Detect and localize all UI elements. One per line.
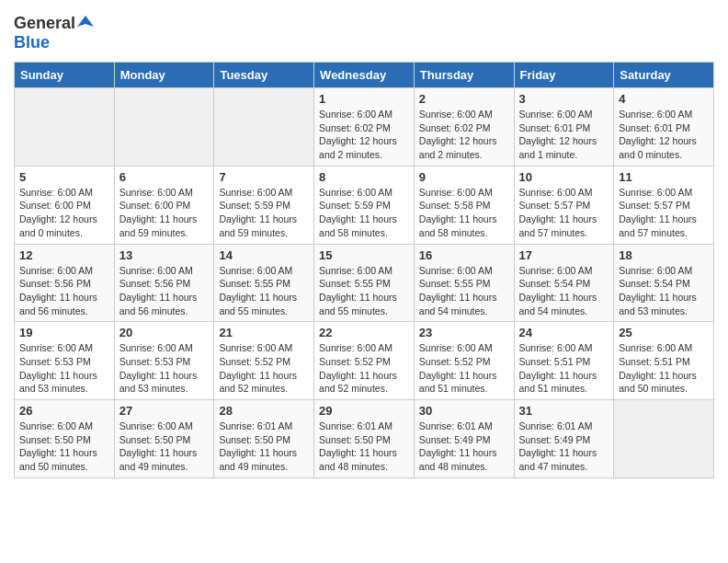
day-info: Sunrise: 6:00 AM Sunset: 5:52 PM Dayligh… <box>419 341 509 396</box>
day-number: 3 <box>519 92 609 106</box>
day-info: Sunrise: 6:00 AM Sunset: 5:55 PM Dayligh… <box>219 264 309 318</box>
calendar-cell: 17Sunrise: 6:00 AM Sunset: 5:54 PM Dayli… <box>514 244 614 322</box>
day-info: Sunrise: 6:00 AM Sunset: 5:59 PM Dayligh… <box>319 186 409 240</box>
calendar-cell: 14Sunrise: 6:00 AM Sunset: 5:55 PM Dayli… <box>214 244 314 322</box>
day-info: Sunrise: 6:00 AM Sunset: 5:51 PM Dayligh… <box>619 341 709 396</box>
calendar-cell: 30Sunrise: 6:01 AM Sunset: 5:49 PM Dayli… <box>414 400 514 478</box>
day-info: Sunrise: 6:00 AM Sunset: 5:53 PM Dayligh… <box>119 341 210 396</box>
day-number: 13 <box>119 248 210 262</box>
weekday-header-sunday: Sunday <box>15 63 115 88</box>
calendar-cell: 28Sunrise: 6:01 AM Sunset: 5:50 PM Dayli… <box>214 400 314 478</box>
day-info: Sunrise: 6:00 AM Sunset: 5:58 PM Dayligh… <box>419 186 509 240</box>
day-number: 18 <box>619 248 709 262</box>
day-number: 17 <box>519 248 609 262</box>
weekday-header-friday: Friday <box>514 63 614 88</box>
day-info: Sunrise: 6:00 AM Sunset: 5:52 PM Dayligh… <box>319 341 409 396</box>
day-number: 22 <box>319 326 409 339</box>
calendar-cell <box>114 88 214 167</box>
calendar-cell: 29Sunrise: 6:01 AM Sunset: 5:50 PM Dayli… <box>314 400 415 478</box>
calendar-cell: 24Sunrise: 6:00 AM Sunset: 5:51 PM Dayli… <box>514 322 614 400</box>
day-info: Sunrise: 6:00 AM Sunset: 6:01 PM Dayligh… <box>519 108 609 162</box>
calendar-cell: 15Sunrise: 6:00 AM Sunset: 5:55 PM Dayli… <box>314 244 415 322</box>
calendar-cell: 18Sunrise: 6:00 AM Sunset: 5:54 PM Dayli… <box>614 244 714 322</box>
day-number: 16 <box>419 248 509 262</box>
calendar-cell: 2Sunrise: 6:00 AM Sunset: 6:02 PM Daylig… <box>414 88 514 167</box>
calendar-cell: 7Sunrise: 6:00 AM Sunset: 5:59 PM Daylig… <box>214 166 314 244</box>
day-info: Sunrise: 6:00 AM Sunset: 5:56 PM Dayligh… <box>119 264 210 318</box>
day-info: Sunrise: 6:00 AM Sunset: 5:54 PM Dayligh… <box>519 264 609 318</box>
weekday-header-row: SundayMondayTuesdayWednesdayThursdayFrid… <box>15 63 714 88</box>
calendar-cell: 27Sunrise: 6:00 AM Sunset: 5:50 PM Dayli… <box>114 400 214 478</box>
logo: General Blue <box>14 14 94 52</box>
day-info: Sunrise: 6:00 AM Sunset: 5:57 PM Dayligh… <box>619 186 709 240</box>
calendar-cell: 20Sunrise: 6:00 AM Sunset: 5:53 PM Dayli… <box>114 322 214 400</box>
day-info: Sunrise: 6:00 AM Sunset: 5:50 PM Dayligh… <box>119 419 210 474</box>
page-header: General Blue <box>14 14 714 52</box>
day-info: Sunrise: 6:00 AM Sunset: 6:02 PM Dayligh… <box>419 108 509 162</box>
svg-marker-0 <box>77 16 94 27</box>
day-number: 12 <box>19 248 109 262</box>
day-number: 31 <box>519 404 609 418</box>
weekday-header-monday: Monday <box>114 63 214 88</box>
day-number: 26 <box>19 404 109 418</box>
day-info: Sunrise: 6:00 AM Sunset: 5:55 PM Dayligh… <box>319 264 409 318</box>
day-info: Sunrise: 6:00 AM Sunset: 6:00 PM Dayligh… <box>19 186 109 240</box>
day-number: 24 <box>519 326 609 339</box>
calendar-cell: 13Sunrise: 6:00 AM Sunset: 5:56 PM Dayli… <box>114 244 214 322</box>
calendar-cell: 9Sunrise: 6:00 AM Sunset: 5:58 PM Daylig… <box>414 166 514 244</box>
calendar-cell: 8Sunrise: 6:00 AM Sunset: 5:59 PM Daylig… <box>314 166 415 244</box>
logo-bird-icon <box>77 14 94 30</box>
day-number: 15 <box>319 248 409 262</box>
week-row-2: 5Sunrise: 6:00 AM Sunset: 6:00 PM Daylig… <box>15 166 714 244</box>
day-number: 5 <box>19 170 109 184</box>
calendar-cell: 1Sunrise: 6:00 AM Sunset: 6:02 PM Daylig… <box>314 88 415 167</box>
day-number: 28 <box>219 404 309 418</box>
day-number: 10 <box>519 170 609 184</box>
day-number: 4 <box>619 92 709 106</box>
week-row-1: 1Sunrise: 6:00 AM Sunset: 6:02 PM Daylig… <box>15 88 714 167</box>
day-number: 23 <box>419 326 509 339</box>
day-info: Sunrise: 6:00 AM Sunset: 6:02 PM Dayligh… <box>319 108 409 162</box>
day-info: Sunrise: 6:00 AM Sunset: 5:50 PM Dayligh… <box>19 419 109 474</box>
calendar-cell: 3Sunrise: 6:00 AM Sunset: 6:01 PM Daylig… <box>514 88 614 167</box>
logo-general-text: General <box>14 14 75 33</box>
day-info: Sunrise: 6:00 AM Sunset: 5:57 PM Dayligh… <box>519 186 609 240</box>
day-info: Sunrise: 6:00 AM Sunset: 6:01 PM Dayligh… <box>619 108 709 162</box>
day-number: 9 <box>419 170 509 184</box>
day-info: Sunrise: 6:01 AM Sunset: 5:49 PM Dayligh… <box>419 419 509 474</box>
week-row-3: 12Sunrise: 6:00 AM Sunset: 5:56 PM Dayli… <box>15 244 714 322</box>
day-number: 29 <box>319 404 409 418</box>
day-number: 7 <box>219 170 309 184</box>
calendar-cell: 6Sunrise: 6:00 AM Sunset: 6:00 PM Daylig… <box>114 166 214 244</box>
calendar-cell: 5Sunrise: 6:00 AM Sunset: 6:00 PM Daylig… <box>15 166 115 244</box>
day-number: 14 <box>219 248 309 262</box>
day-number: 20 <box>119 326 210 339</box>
calendar-cell: 23Sunrise: 6:00 AM Sunset: 5:52 PM Dayli… <box>414 322 514 400</box>
week-row-5: 26Sunrise: 6:00 AM Sunset: 5:50 PM Dayli… <box>15 400 714 478</box>
weekday-header-thursday: Thursday <box>414 63 514 88</box>
calendar-cell: 4Sunrise: 6:00 AM Sunset: 6:01 PM Daylig… <box>614 88 714 167</box>
weekday-header-wednesday: Wednesday <box>314 63 415 88</box>
weekday-header-tuesday: Tuesday <box>214 63 314 88</box>
day-number: 2 <box>419 92 509 106</box>
day-info: Sunrise: 6:01 AM Sunset: 5:49 PM Dayligh… <box>519 419 609 474</box>
day-info: Sunrise: 6:00 AM Sunset: 6:00 PM Dayligh… <box>119 186 210 240</box>
day-info: Sunrise: 6:00 AM Sunset: 5:56 PM Dayligh… <box>19 264 109 318</box>
calendar-cell: 19Sunrise: 6:00 AM Sunset: 5:53 PM Dayli… <box>15 322 115 400</box>
calendar-cell: 21Sunrise: 6:00 AM Sunset: 5:52 PM Dayli… <box>214 322 314 400</box>
calendar-cell: 25Sunrise: 6:00 AM Sunset: 5:51 PM Dayli… <box>614 322 714 400</box>
calendar-table: SundayMondayTuesdayWednesdayThursdayFrid… <box>14 62 714 478</box>
day-number: 11 <box>619 170 709 184</box>
day-number: 30 <box>419 404 509 418</box>
day-info: Sunrise: 6:00 AM Sunset: 5:54 PM Dayligh… <box>619 264 709 318</box>
day-number: 8 <box>319 170 409 184</box>
day-number: 6 <box>119 170 210 184</box>
calendar-cell: 12Sunrise: 6:00 AM Sunset: 5:56 PM Dayli… <box>15 244 115 322</box>
day-number: 27 <box>119 404 210 418</box>
calendar-cell: 10Sunrise: 6:00 AM Sunset: 5:57 PM Dayli… <box>514 166 614 244</box>
calendar-cell: 31Sunrise: 6:01 AM Sunset: 5:49 PM Dayli… <box>514 400 614 478</box>
weekday-header-saturday: Saturday <box>614 63 714 88</box>
logo-blue-text: Blue <box>14 33 50 52</box>
calendar-cell: 26Sunrise: 6:00 AM Sunset: 5:50 PM Dayli… <box>15 400 115 478</box>
day-number: 19 <box>19 326 109 339</box>
